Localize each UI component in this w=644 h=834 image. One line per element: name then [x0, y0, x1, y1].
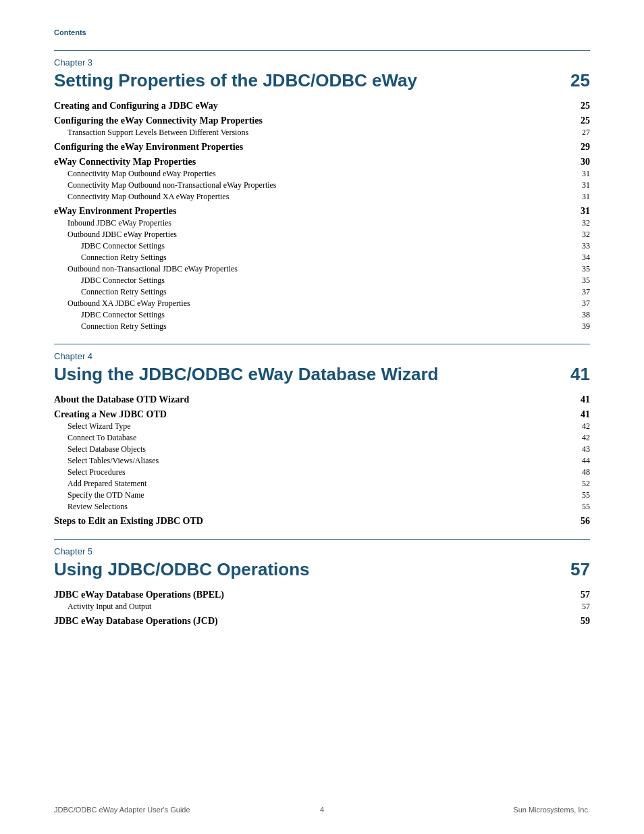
- toc-entry-page-0-18: 39: [570, 321, 590, 332]
- toc-entry-0-14: JDBC Connector Settings35: [54, 276, 590, 286]
- toc-entry-1-0: About the Database OTD Wizard41: [54, 394, 590, 405]
- toc-entry-title-0-12: Connection Retry Settings: [81, 253, 570, 263]
- footer-center: 4: [320, 806, 324, 814]
- chapter-label-2: Chapter 5: [54, 546, 590, 556]
- toc-entry-1-7: Add Prepared Statement52: [54, 479, 590, 489]
- toc-entry-page-1-10: 56: [570, 516, 590, 527]
- toc-entry-title-0-5: Connectivity Map Outbound eWay Propertie…: [68, 169, 570, 179]
- toc-entry-title-1-1: Creating a New JDBC OTD: [54, 409, 570, 420]
- toc-entry-page-0-15: 37: [570, 287, 590, 297]
- toc-entry-title-1-8: Specify the OTD Name: [68, 490, 570, 500]
- toc-entry-title-0-0: Creating and Configuring a JDBC eWay: [54, 101, 570, 111]
- toc-entry-title-0-11: JDBC Connector Settings: [81, 241, 570, 251]
- divider-0: [54, 50, 590, 51]
- toc-entry-page-0-7: 31: [570, 192, 590, 202]
- chapter-label-1: Chapter 4: [54, 351, 590, 361]
- toc-entry-0-12: Connection Retry Settings34: [54, 253, 590, 263]
- top-nav: Contents: [54, 27, 590, 38]
- toc-entry-page-0-12: 34: [570, 253, 590, 263]
- toc-entry-0-15: Connection Retry Settings37: [54, 287, 590, 297]
- toc-entry-page-1-0: 41: [570, 394, 590, 405]
- toc-entry-0-3: Configuring the eWay Environment Propert…: [54, 142, 590, 153]
- toc-entry-page-0-2: 27: [570, 128, 590, 138]
- footer: JDBC/ODBC eWay Adapter User's Guide 4 Su…: [54, 806, 590, 814]
- toc-entry-0-16: Outbound XA JDBC eWay Properties37: [54, 298, 590, 309]
- chapter-title-text-0: Setting Properties of the JDBC/ODBC eWay: [54, 70, 417, 91]
- section-block-0: Creating and Configuring a JDBC eWay25Co…: [54, 101, 590, 332]
- toc-entry-page-0-0: 25: [570, 101, 590, 111]
- toc-entry-title-1-6: Select Procedures: [68, 467, 570, 477]
- chapter-title-0: Setting Properties of the JDBC/ODBC eWay…: [54, 70, 590, 91]
- toc-entry-title-1-5: Select Tables/Views/Aliases: [68, 456, 570, 466]
- toc-entry-title-2-2: JDBC eWay Database Operations (JCD): [54, 616, 570, 627]
- toc-entry-title-1-0: About the Database OTD Wizard: [54, 394, 570, 405]
- toc-entry-title-0-18: Connection Retry Settings: [81, 321, 570, 332]
- toc-entry-0-1: Configuring the eWay Connectivity Map Pr…: [54, 115, 590, 126]
- toc-entry-title-1-3: Connect To Database: [68, 433, 570, 443]
- footer-right: Sun Microsystems, Inc.: [513, 806, 590, 814]
- toc-entry-2-2: JDBC eWay Database Operations (JCD)59: [54, 616, 590, 627]
- toc-entry-title-1-4: Select Database Objects: [68, 444, 570, 454]
- section-block-1: About the Database OTD Wizard41Creating …: [54, 394, 590, 527]
- toc-entry-1-9: Review Selections55: [54, 502, 590, 512]
- chapter-title-page-0: 25: [570, 70, 590, 91]
- toc-entry-page-1-9: 55: [570, 502, 590, 512]
- toc-entry-page-0-10: 32: [570, 230, 590, 240]
- toc-entry-title-2-1: Activity Input and Output: [68, 602, 570, 612]
- chapter-label-0: Chapter 3: [54, 57, 590, 68]
- toc-entry-title-0-3: Configuring the eWay Environment Propert…: [54, 142, 570, 153]
- chapter-title-page-1: 41: [570, 364, 590, 385]
- toc-entry-1-4: Select Database Objects43: [54, 444, 590, 454]
- toc-entry-title-2-0: JDBC eWay Database Operations (BPEL): [54, 590, 570, 600]
- toc-entry-page-0-8: 31: [570, 206, 590, 217]
- toc-entry-0-9: Inbound JDBC eWay Properties32: [54, 218, 590, 228]
- toc-entry-title-0-4: eWay Connectivity Map Properties: [54, 157, 570, 167]
- toc-entry-page-1-2: 42: [570, 421, 590, 432]
- toc-entry-0-18: Connection Retry Settings39: [54, 321, 590, 332]
- toc-entry-0-10: Outbound JDBC eWay Properties32: [54, 230, 590, 240]
- toc-entry-0-8: eWay Environment Properties31: [54, 206, 590, 217]
- toc-entry-page-1-7: 52: [570, 479, 590, 489]
- toc-entry-title-0-15: Connection Retry Settings: [81, 287, 570, 297]
- toc-entry-page-1-1: 41: [570, 409, 590, 420]
- toc-entry-1-5: Select Tables/Views/Aliases44: [54, 456, 590, 466]
- toc-entry-page-0-1: 25: [570, 115, 590, 126]
- toc-entry-title-0-17: JDBC Connector Settings: [81, 310, 570, 320]
- toc-entry-0-7: Connectivity Map Outbound XA eWay Proper…: [54, 192, 590, 202]
- chapter-title-text-1: Using the JDBC/ODBC eWay Database Wizard: [54, 364, 438, 385]
- footer-left: JDBC/ODBC eWay Adapter User's Guide: [54, 806, 190, 814]
- toc-entry-title-0-1: Configuring the eWay Connectivity Map Pr…: [54, 115, 570, 126]
- toc-entry-page-0-14: 35: [570, 276, 590, 286]
- toc-entry-title-0-10: Outbound JDBC eWay Properties: [68, 230, 570, 240]
- toc-entry-1-3: Connect To Database42: [54, 433, 590, 443]
- toc-entry-title-0-14: JDBC Connector Settings: [81, 276, 570, 286]
- toc-entry-page-0-6: 31: [570, 180, 590, 190]
- toc-entry-title-0-13: Outbound non-Transactional JDBC eWay Pro…: [68, 264, 570, 274]
- divider-1: [54, 344, 590, 344]
- toc-entry-title-0-16: Outbound XA JDBC eWay Properties: [68, 298, 570, 309]
- toc-entry-page-0-13: 35: [570, 264, 590, 274]
- toc-entry-1-6: Select Procedures48: [54, 467, 590, 477]
- toc-entry-0-11: JDBC Connector Settings33: [54, 241, 590, 251]
- toc-entry-0-4: eWay Connectivity Map Properties30: [54, 157, 590, 167]
- toc-entry-0-2: Transaction Support Levels Between Diffe…: [54, 128, 590, 138]
- toc-entry-page-0-16: 37: [570, 298, 590, 309]
- toc-entry-page-0-17: 38: [570, 310, 590, 320]
- toc-entry-title-1-10: Steps to Edit an Existing JDBC OTD: [54, 516, 570, 527]
- toc-entry-title-1-7: Add Prepared Statement: [68, 479, 570, 489]
- toc-entry-page-0-9: 32: [570, 218, 590, 228]
- toc-entry-1-2: Select Wizard Type42: [54, 421, 590, 432]
- toc-entry-page-0-5: 31: [570, 169, 590, 179]
- toc-entry-title-0-7: Connectivity Map Outbound XA eWay Proper…: [68, 192, 570, 202]
- toc-entry-title-0-9: Inbound JDBC eWay Properties: [68, 218, 570, 228]
- chapter-title-page-2: 57: [570, 559, 590, 580]
- chapter-title-text-2: Using JDBC/ODBC Operations: [54, 559, 310, 580]
- divider-2: [54, 539, 590, 540]
- toc-entry-page-1-5: 44: [570, 456, 590, 466]
- toc-entry-title-0-2: Transaction Support Levels Between Diffe…: [68, 128, 570, 138]
- section-block-2: JDBC eWay Database Operations (BPEL)57Ac…: [54, 590, 590, 627]
- toc-entry-page-0-11: 33: [570, 241, 590, 251]
- contents-link[interactable]: Contents: [54, 28, 86, 36]
- toc-entry-1-10: Steps to Edit an Existing JDBC OTD56: [54, 516, 590, 527]
- toc-entry-page-2-0: 57: [570, 590, 590, 600]
